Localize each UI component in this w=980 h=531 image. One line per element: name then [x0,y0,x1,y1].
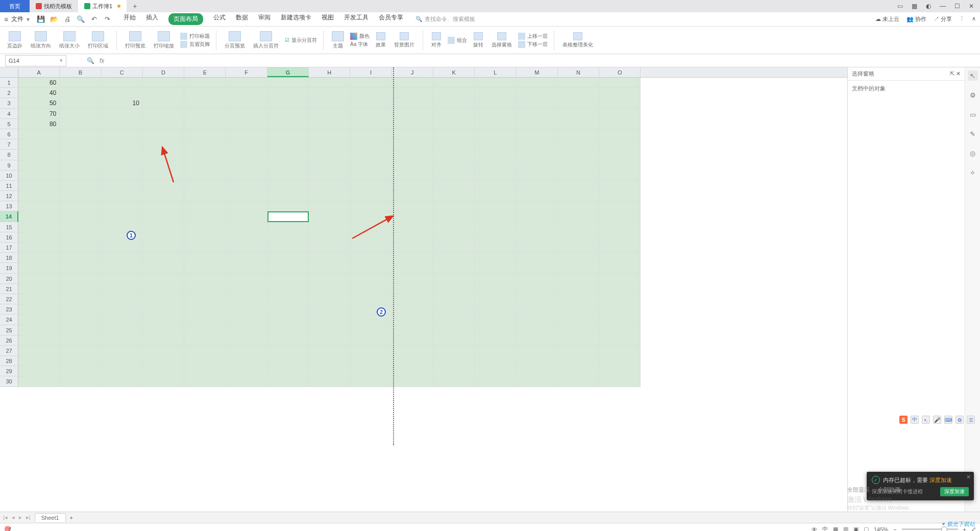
fx-label[interactable]: fx [100,57,104,64]
cell-K20[interactable] [433,274,475,284]
cell-N4[interactable] [558,109,599,119]
rib-margins[interactable]: 页边距 [5,31,24,50]
row-header-27[interactable]: 27 [0,346,18,356]
cell-J18[interactable] [392,253,433,263]
cell-D16[interactable] [143,232,184,243]
cell-C21[interactable] [102,284,143,294]
cell-K29[interactable] [433,366,475,376]
cell-I18[interactable] [350,253,391,263]
cell-L3[interactable] [475,98,516,108]
ime-mic-icon[interactable]: 🎤 [933,416,941,424]
row-header-11[interactable]: 11 [0,181,18,191]
cell-I11[interactable] [350,181,391,191]
cell-J28[interactable] [392,356,433,366]
cell-A9[interactable] [18,160,60,171]
cell-G26[interactable] [267,335,309,346]
user-icon[interactable]: ◐ [924,2,933,11]
cell-E16[interactable] [184,232,226,243]
cell-D9[interactable] [143,160,184,171]
cell-N14[interactable] [558,211,599,222]
cell-L7[interactable] [475,139,516,150]
rib-bringforward[interactable]: 上移一层 [518,33,548,40]
cell-D24[interactable] [143,315,184,325]
cell-B4[interactable] [60,109,101,119]
cell-D3[interactable] [143,98,184,108]
row-header-29[interactable]: 29 [0,366,18,376]
cell-G9[interactable] [267,160,309,171]
cell-A27[interactable] [18,346,60,356]
cell-B27[interactable] [60,346,101,356]
cell-A24[interactable] [18,315,60,325]
cell-K16[interactable] [433,232,475,243]
cell-K28[interactable] [433,356,475,366]
cell-K6[interactable] [433,129,475,139]
cell-C18[interactable] [102,253,143,263]
cell-A4[interactable]: 70 [18,109,60,119]
cell-O30[interactable] [599,376,641,387]
cell-K12[interactable] [433,191,475,201]
row-header-15[interactable]: 15 [0,222,18,232]
cell-G4[interactable] [267,109,309,119]
cell-E6[interactable] [184,129,226,139]
cell-F20[interactable] [226,274,267,284]
row-header-9[interactable]: 9 [0,160,18,171]
cell-G22[interactable] [267,294,309,304]
cell-M24[interactable] [517,315,558,325]
sheet-nav-next[interactable]: ▸ [19,514,22,521]
cell-B22[interactable] [60,294,101,304]
cell-L2[interactable] [475,88,516,98]
cell-H14[interactable] [309,211,350,222]
cell-E3[interactable] [184,98,226,108]
cell-C2[interactable] [102,88,143,98]
cell-N20[interactable] [558,274,599,284]
cell-D14[interactable] [143,211,184,222]
cell-B21[interactable] [60,284,101,294]
cell-K10[interactable] [433,171,475,181]
cell-K24[interactable] [433,315,475,325]
cell-E23[interactable] [184,304,226,315]
cell-M19[interactable] [517,263,558,273]
cell-D27[interactable] [143,346,184,356]
cell-A22[interactable] [18,294,60,304]
collapse-ribbon-icon[interactable]: ∧ [972,15,976,23]
cell-A10[interactable] [18,171,60,181]
cell-N5[interactable] [558,119,599,129]
tab-data[interactable]: 数据 [236,13,248,25]
cell-C9[interactable] [102,160,143,171]
share-button[interactable]: ↗ 分享 [934,15,952,23]
col-header-L[interactable]: L [475,67,516,77]
cell-B12[interactable] [60,191,101,201]
cell-L20[interactable] [475,274,516,284]
cell-D12[interactable] [143,191,184,201]
cell-D30[interactable] [143,376,184,387]
cell-N2[interactable] [558,88,599,98]
cell-H19[interactable] [309,263,350,273]
ime-zh-icon[interactable]: 中 [911,416,919,424]
cell-L22[interactable] [475,294,516,304]
cell-O9[interactable] [599,160,641,171]
cell-J6[interactable] [392,129,433,139]
tab-workbook[interactable]: 工作簿1 [78,0,127,12]
cell-I13[interactable] [350,201,391,211]
cell-G27[interactable] [267,346,309,356]
cell-N22[interactable] [558,294,599,304]
cell-F25[interactable] [226,325,267,335]
cell-L24[interactable] [475,315,516,325]
cell-L28[interactable] [475,356,516,366]
side-cursor-icon[interactable]: ↖ [968,70,978,81]
cell-J7[interactable] [392,139,433,150]
cell-B20[interactable] [60,274,101,284]
col-header-E[interactable]: E [184,67,226,77]
cell-H26[interactable] [309,335,350,346]
qat-redo-icon[interactable]: ↷ [103,15,111,23]
cell-I19[interactable] [350,263,391,273]
cell-I5[interactable] [350,119,391,129]
cell-G3[interactable] [267,98,309,108]
tab-member[interactable]: 会员专享 [379,13,403,25]
cell-C1[interactable] [102,78,143,88]
cell-J24[interactable] [392,315,433,325]
cell-A21[interactable] [18,284,60,294]
cell-H28[interactable] [309,356,350,366]
cell-O17[interactable] [599,243,641,253]
cell-D19[interactable] [143,263,184,273]
